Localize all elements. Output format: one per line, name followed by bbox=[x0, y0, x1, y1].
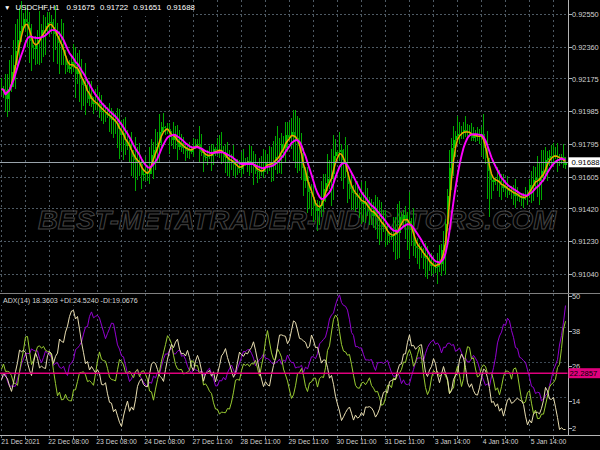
adx-line bbox=[2, 295, 566, 401]
title-symbol: USDCHF,H1 bbox=[16, 3, 60, 12]
time-axis-label[interactable]: 24 Dec 08:00 bbox=[144, 438, 185, 445]
time-axis-label[interactable]: 21 Dec 2021 bbox=[1, 438, 40, 445]
indicator-scale-label: 50 bbox=[572, 292, 580, 301]
time-axis-label[interactable]: 23 Dec 08:00 bbox=[96, 438, 137, 445]
symbol-dropdown-icon[interactable]: ▼ bbox=[4, 4, 10, 11]
time-axis-label[interactable]: 27 Dec 11:00 bbox=[193, 438, 233, 445]
price-axis-label: 0.91040 bbox=[572, 270, 599, 279]
time-axis-label[interactable]: 22 Dec 08:00 bbox=[48, 438, 89, 445]
mt4-chart-window: BEST-METATRADER-INDICATORS.COM ▼ USDCHF,… bbox=[0, 0, 600, 450]
price-axis-label: 0.91420 bbox=[572, 205, 599, 214]
indicator-scale-label: 14 bbox=[572, 397, 580, 406]
time-axis-label[interactable]: 5 Jan 14:00 bbox=[531, 438, 567, 445]
time-axis-label[interactable]: 3 Jan 14:00 bbox=[435, 438, 471, 445]
watermark-text: BEST-METATRADER-INDICATORS.COM bbox=[38, 205, 557, 235]
time-axis-label[interactable]: 28 Dec 11:00 bbox=[241, 438, 281, 445]
indicator-scale-label: 2 bbox=[572, 424, 576, 433]
title-close: 0.91688 bbox=[167, 3, 195, 12]
level-value: 22.2857 bbox=[570, 369, 598, 378]
time-axis-label[interactable]: 30 Dec 11:00 bbox=[337, 438, 377, 445]
chart-title[interactable]: ▼ USDCHF,H1 0.91675 0.91722 0.91651 0.91… bbox=[4, 3, 195, 12]
price-axis-label: 0.91605 bbox=[572, 173, 599, 182]
price-axis-label: 0.92360 bbox=[572, 43, 599, 52]
title-open: 0.91675 bbox=[67, 3, 96, 12]
price-axis-label: 0.91795 bbox=[572, 140, 599, 149]
time-axis-label[interactable]: 4 Jan 14:00 bbox=[483, 438, 519, 445]
time-axis-label[interactable]: 31 Dec 11:00 bbox=[385, 438, 425, 445]
title-low: 0.91651 bbox=[133, 3, 161, 12]
indicator-scale-label: 38 bbox=[572, 327, 580, 336]
price-axis-label: 0.91230 bbox=[572, 237, 599, 246]
title-high: 0.91722 bbox=[100, 3, 128, 12]
time-axis-label[interactable]: 29 Dec 11:00 bbox=[289, 438, 329, 445]
current-price-value: 0.91688 bbox=[572, 158, 600, 167]
plus-di-line bbox=[2, 315, 566, 419]
price-axis-label: 0.92175 bbox=[572, 75, 599, 84]
indicator-layer bbox=[0, 295, 568, 430]
chart-canvas: BEST-METATRADER-INDICATORS.COM ▼ USDCHF,… bbox=[0, 0, 600, 450]
indicator-label[interactable]: ADX(14) 18.3603 +DI:24.5240 -DI:19.0676 bbox=[3, 297, 138, 305]
price-axis-label: 0.92550 bbox=[572, 10, 599, 19]
price-axis-label: 0.91985 bbox=[572, 107, 599, 116]
